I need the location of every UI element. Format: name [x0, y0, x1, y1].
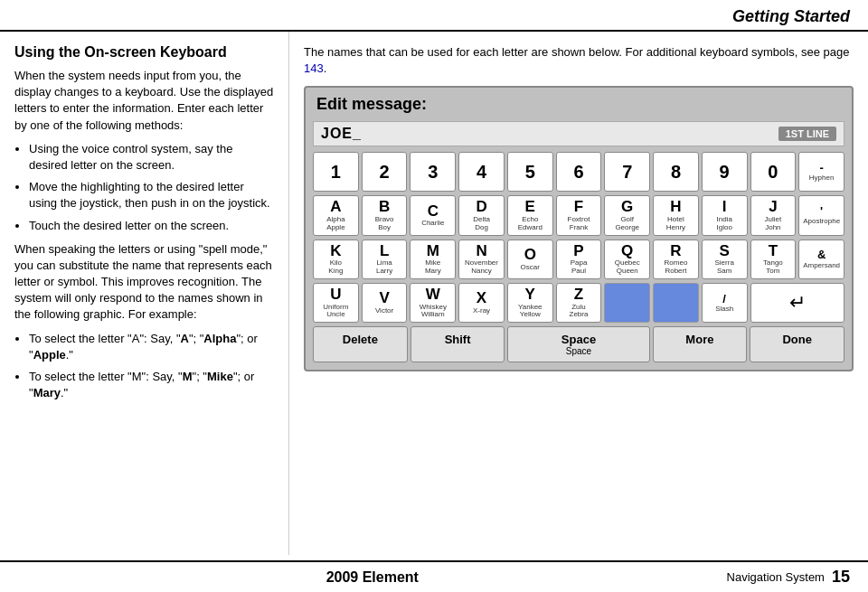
key-empty-2 [653, 283, 699, 323]
key-m[interactable]: MMikeMary [410, 240, 456, 279]
row-u: UUniformUncle VVictor WWhiskeyWilliam XX… [313, 283, 844, 323]
key-8[interactable]: 8 [653, 152, 699, 192]
header-title: Getting Started [732, 7, 850, 25]
keyboard-panel: Edit message: JOE_ 1ST LINE 1 2 3 4 5 6 … [304, 86, 854, 371]
key-v[interactable]: VVictor [362, 283, 408, 323]
key-7[interactable]: 7 [604, 152, 650, 192]
bottom-button-row: Delete Shift SpaceSpace More Done [313, 326, 844, 362]
key-apostrophe[interactable]: 'Apostrophe [798, 195, 844, 235]
key-q[interactable]: QQuebecQueen [604, 240, 650, 279]
key-g[interactable]: GGolfGeorge [604, 195, 650, 235]
footer-nav-label: Navigation System [727, 570, 825, 584]
key-9[interactable]: 9 [702, 152, 748, 192]
key-u[interactable]: UUniformUncle [313, 283, 359, 323]
page-body: Using the On-screen Keyboard When the sy… [0, 32, 868, 555]
done-button[interactable]: Done [750, 326, 844, 362]
key-r[interactable]: RRomeoRobert [653, 240, 699, 279]
key-l[interactable]: LLimaLarry [362, 240, 408, 279]
key-ampersand[interactable]: &Ampersand [798, 240, 844, 279]
bullet-list-1: Using the voice control system, say the … [14, 141, 274, 234]
list-item: Touch the desired letter on the screen. [29, 218, 274, 234]
key-t[interactable]: TTangoTom [750, 240, 797, 279]
list-item: To select the letter "M": Say, "M"; "Mik… [29, 369, 274, 401]
left-column: Using the On-screen Keyboard When the sy… [0, 32, 289, 555]
right-column: The names that can be used for each lett… [289, 32, 868, 555]
key-slash[interactable]: /Slash [702, 283, 748, 323]
key-c[interactable]: CCharlie [410, 195, 456, 235]
spell-mode-paragraph: When speaking the letters or using "spel… [14, 241, 274, 324]
description-text: The names that can be used for each lett… [304, 44, 854, 77]
number-row: 1 2 3 4 5 6 7 8 9 0 -Hyphen [313, 152, 844, 192]
key-1[interactable]: 1 [313, 152, 359, 192]
page-header: Getting Started [0, 0, 868, 32]
page-ref-link[interactable]: 143 [304, 61, 324, 75]
list-item: Using the voice control system, say the … [29, 141, 274, 174]
delete-button[interactable]: Delete [313, 326, 408, 362]
row-a: AAlphaApple BBravoBoy CCharlie DDeltaDog… [313, 195, 844, 235]
keyboard-title: Edit message: [313, 95, 844, 114]
key-0[interactable]: 0 [750, 152, 797, 192]
key-hyphen[interactable]: -Hyphen [798, 152, 844, 192]
footer-right: Navigation System 15 [727, 568, 850, 587]
key-e[interactable]: EEchoEdward [507, 195, 553, 235]
key-j[interactable]: JJulietJohn [750, 195, 797, 235]
key-p[interactable]: PPapaPaul [556, 240, 602, 279]
page-number: 15 [832, 568, 850, 587]
key-h[interactable]: HHotelHenry [653, 195, 699, 235]
key-6[interactable]: 6 [556, 152, 602, 192]
key-w[interactable]: WWhiskeyWilliam [410, 283, 456, 323]
key-enter[interactable]: ↵ [750, 283, 844, 323]
section-heading: Using the On-screen Keyboard [14, 44, 274, 61]
row-k: KKiloKing LLimaLarry MMikeMary NNovember… [313, 240, 844, 279]
key-n[interactable]: NNovemberNancy [458, 240, 505, 279]
bullet-list-2: To select the letter "A": Say, "A"; "Alp… [14, 331, 274, 402]
key-4[interactable]: 4 [458, 152, 505, 192]
intro-paragraph: When the system needs input from you, th… [14, 68, 274, 134]
key-o[interactable]: OOscar [507, 240, 553, 279]
list-item: Move the highlighting to the desired let… [29, 179, 274, 211]
key-z[interactable]: ZZuluZebra [556, 283, 602, 323]
input-bar: JOE_ 1ST LINE [313, 121, 844, 146]
key-empty-1 [604, 283, 650, 323]
space-button[interactable]: SpaceSpace [507, 326, 649, 362]
key-b[interactable]: BBravoBoy [362, 195, 408, 235]
key-s[interactable]: SSierraSam [702, 240, 748, 279]
input-text: JOE_ [321, 126, 362, 142]
key-a[interactable]: AAlphaApple [313, 195, 359, 235]
key-x[interactable]: XX-ray [458, 283, 505, 323]
key-d[interactable]: DDeltaDog [458, 195, 505, 235]
key-i[interactable]: IIndiaIgloo [702, 195, 748, 235]
more-button[interactable]: More [653, 326, 748, 362]
page-footer: 2009 Element Navigation System 15 [0, 560, 868, 592]
line-indicator: 1ST LINE [778, 127, 836, 141]
key-3[interactable]: 3 [410, 152, 456, 192]
key-y[interactable]: YYankeeYellow [507, 283, 553, 323]
key-2[interactable]: 2 [362, 152, 408, 192]
footer-center: 2009 Element [326, 569, 419, 586]
list-item: To select the letter "A": Say, "A"; "Alp… [29, 331, 274, 363]
key-k[interactable]: KKiloKing [313, 240, 359, 279]
key-5[interactable]: 5 [507, 152, 553, 192]
shift-button[interactable]: Shift [410, 326, 505, 362]
key-f[interactable]: FFoxtrotFrank [556, 195, 602, 235]
